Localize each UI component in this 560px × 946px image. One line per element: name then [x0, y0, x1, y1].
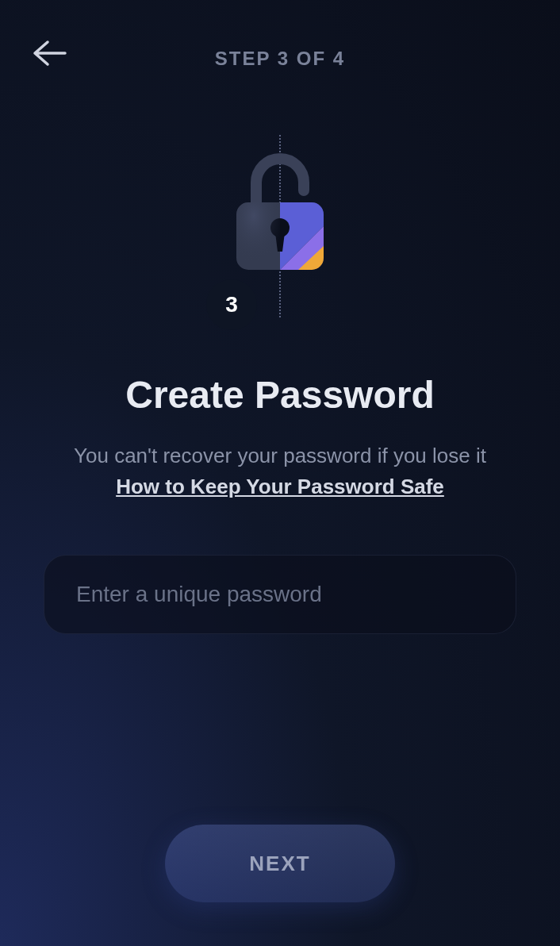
- subtitle-text: You can't recover your password if you l…: [24, 440, 536, 471]
- content-area: Create Password You can't recover your p…: [0, 373, 560, 499]
- page-title: Create Password: [24, 373, 536, 417]
- input-wrapper: [0, 555, 560, 634]
- next-button[interactable]: NEXT: [165, 825, 395, 902]
- back-button[interactable]: [32, 36, 67, 71]
- step-number-badge: 3: [206, 279, 257, 330]
- lock-icon: 3: [228, 147, 332, 317]
- header: STEP 3 OF 4: [0, 0, 560, 79]
- lock-illustration: 3: [0, 135, 560, 317]
- password-input[interactable]: [44, 555, 516, 634]
- arrow-left-icon: [32, 39, 67, 67]
- step-indicator: STEP 3 OF 4: [32, 48, 528, 70]
- password-safety-link[interactable]: How to Keep Your Password Safe: [116, 475, 444, 499]
